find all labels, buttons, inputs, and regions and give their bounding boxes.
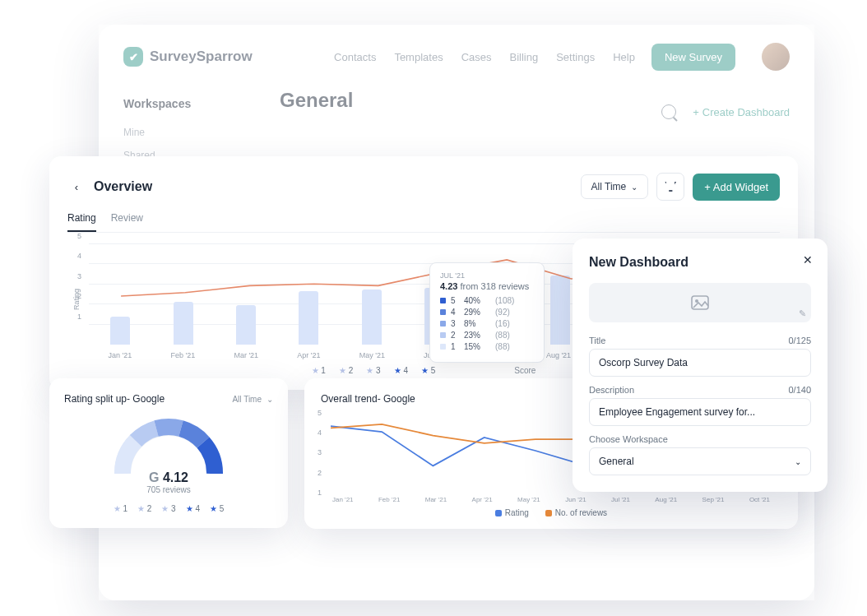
title-label: Title bbox=[589, 336, 605, 345]
sparrow-icon: ✔ bbox=[123, 47, 143, 67]
star-icon: ★ bbox=[366, 366, 373, 375]
bar[interactable] bbox=[299, 291, 318, 345]
legend-2: 2 bbox=[349, 366, 354, 375]
nav-cases[interactable]: Cases bbox=[461, 51, 492, 63]
new-survey-button[interactable]: New Survey bbox=[651, 44, 735, 71]
tab-review[interactable]: Review bbox=[111, 212, 143, 232]
time-filter[interactable]: All Time⌄ bbox=[581, 174, 649, 199]
star-icon: ★ bbox=[186, 504, 193, 513]
title-count: 0/125 bbox=[788, 336, 811, 345]
star-icon: ★ bbox=[137, 504, 145, 513]
star-icon: ★ bbox=[312, 366, 319, 375]
legend-score: Score bbox=[514, 366, 536, 375]
logo[interactable]: ✔ SurveySparrow bbox=[123, 47, 253, 67]
bar[interactable] bbox=[110, 317, 130, 345]
brand-name: SurveySparrow bbox=[150, 49, 253, 65]
legend-3: 3 bbox=[376, 366, 381, 375]
nav-help[interactable]: Help bbox=[613, 51, 635, 63]
dot-icon bbox=[545, 510, 552, 516]
bar[interactable] bbox=[174, 302, 193, 345]
plus-icon: + bbox=[693, 106, 699, 118]
dot-icon bbox=[495, 510, 502, 516]
gauge-chart bbox=[111, 416, 226, 474]
modal-title: New Dashboard bbox=[589, 255, 811, 270]
rating-time-dropdown[interactable]: All Time ⌄ bbox=[232, 395, 273, 404]
x-tick: May '21 bbox=[359, 351, 385, 359]
top-nav: Contacts Templates Cases Billing Setting… bbox=[334, 51, 635, 63]
star-icon: ★ bbox=[421, 366, 429, 375]
tab-rating[interactable]: Rating bbox=[67, 212, 96, 232]
desc-label: Description bbox=[589, 385, 634, 395]
workspace-label: Choose Workspace bbox=[589, 434, 668, 444]
x-tick: Jan '21 bbox=[109, 351, 132, 359]
nav-billing[interactable]: Billing bbox=[510, 51, 539, 63]
gl-5: 5 bbox=[220, 504, 225, 513]
desc-count: 0/140 bbox=[788, 385, 811, 395]
nav-settings[interactable]: Settings bbox=[556, 51, 595, 63]
avatar[interactable] bbox=[762, 43, 790, 71]
chevron-down-icon: ⌄ bbox=[631, 183, 638, 192]
x-tick: Feb '21 bbox=[170, 351, 195, 359]
new-dashboard-modal: New Dashboard ✕ ✎ Title0/125 Description… bbox=[573, 239, 828, 492]
funnel-icon bbox=[665, 182, 676, 192]
legend-4: 4 bbox=[403, 366, 408, 375]
x-tick: Mar '21 bbox=[234, 351, 258, 359]
chart-tooltip: JUL '21 4.23 from 318 reviews 540%(108)4… bbox=[429, 262, 545, 363]
back-button[interactable]: ‹ bbox=[67, 178, 86, 196]
star-icon: ★ bbox=[114, 504, 121, 513]
title-input[interactable] bbox=[589, 349, 811, 377]
gl-2: 2 bbox=[147, 504, 152, 513]
add-widget-button[interactable]: + Add Widget bbox=[693, 174, 780, 201]
add-widget-label: Add Widget bbox=[713, 181, 768, 193]
sidebar-item-mine[interactable]: Mine bbox=[123, 127, 271, 138]
trend-legend: Rating No. of reviews bbox=[321, 508, 781, 517]
description-input[interactable] bbox=[589, 398, 811, 426]
legend-1: 1 bbox=[321, 366, 326, 375]
star-icon: ★ bbox=[394, 366, 401, 375]
trend-title: Overall trend- Google bbox=[321, 393, 415, 405]
bar[interactable] bbox=[550, 276, 570, 345]
rating-split-card: Rating split up- Google All Time ⌄ G 4.1… bbox=[49, 378, 288, 528]
gauge-legend: ★ 1 ★ 2 ★ 3 ★ 4 ★ 5 bbox=[114, 504, 225, 513]
star-icon: ★ bbox=[210, 504, 217, 513]
rating-split-title: Rating split up- Google bbox=[64, 393, 165, 405]
image-icon bbox=[691, 295, 709, 310]
leg-rating: Rating bbox=[505, 508, 529, 517]
search-icon[interactable] bbox=[661, 104, 676, 119]
rating-time-label: All Time bbox=[232, 395, 262, 404]
tooltip-score: 4.23 bbox=[440, 281, 457, 291]
legend-5: 5 bbox=[431, 366, 436, 375]
nav-contacts[interactable]: Contacts bbox=[334, 51, 376, 63]
x-tick: Apr '21 bbox=[297, 351, 320, 359]
create-dashboard-label: Create Dashboard bbox=[702, 106, 790, 118]
workspace-value: General bbox=[599, 456, 634, 467]
svg-point-1 bbox=[695, 299, 698, 303]
chevron-down-icon: ⌄ bbox=[795, 457, 801, 466]
filter-button[interactable] bbox=[656, 173, 684, 201]
gl-4: 4 bbox=[195, 504, 200, 513]
tooltip-month: JUL '21 bbox=[440, 271, 534, 280]
page-title: General bbox=[280, 89, 353, 112]
chevron-down-icon: ⌄ bbox=[267, 395, 273, 404]
overview-title: Overview bbox=[94, 179, 152, 194]
workspace-select[interactable]: General⌄ bbox=[589, 447, 811, 475]
workspaces-heading: Workspaces bbox=[123, 97, 271, 110]
time-filter-label: All Time bbox=[591, 181, 627, 192]
close-icon[interactable]: ✕ bbox=[803, 253, 813, 266]
x-tick: Aug '21 bbox=[546, 351, 571, 359]
gauge-sub: 705 reviews bbox=[146, 485, 190, 494]
star-icon: ★ bbox=[161, 504, 169, 513]
bar[interactable] bbox=[236, 305, 256, 345]
gl-1: 1 bbox=[123, 504, 128, 513]
gl-3: 3 bbox=[171, 504, 176, 513]
nav-templates[interactable]: Templates bbox=[394, 51, 443, 63]
star-icon: ★ bbox=[339, 366, 346, 375]
tooltip-from: from 318 reviews bbox=[460, 281, 529, 291]
overview-tabs: Rating Review bbox=[67, 212, 780, 233]
image-placeholder[interactable]: ✎ bbox=[589, 283, 811, 322]
edit-icon[interactable]: ✎ bbox=[799, 308, 806, 319]
create-dashboard-link[interactable]: +Create Dashboard bbox=[693, 106, 790, 118]
leg-reviews: No. of reviews bbox=[555, 508, 607, 517]
topbar: ✔ SurveySparrow Contacts Templates Cases… bbox=[99, 25, 814, 89]
bar[interactable] bbox=[362, 289, 382, 345]
